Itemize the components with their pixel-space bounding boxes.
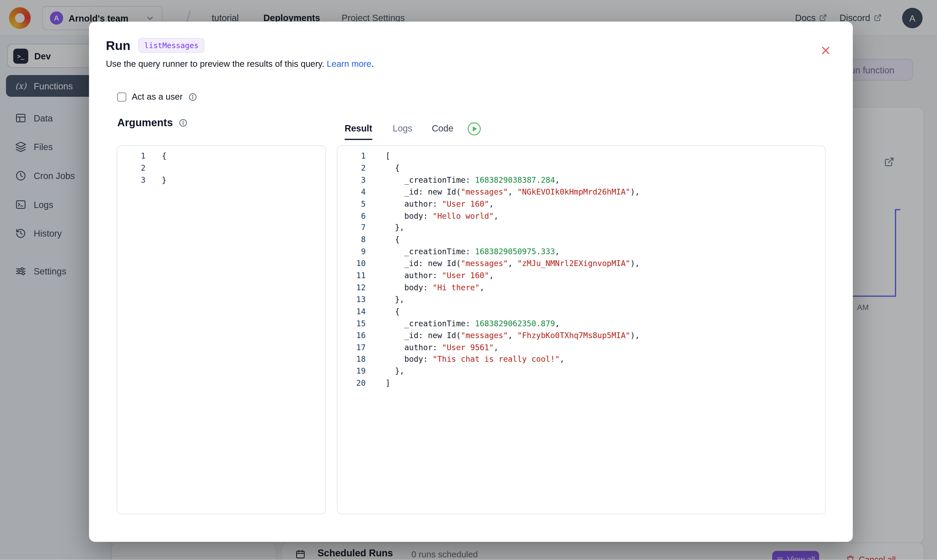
line-number: 15 xyxy=(337,318,366,329)
code-line: 15 _creationTime: 1683829062350.879, xyxy=(337,318,825,329)
line-number: 2 xyxy=(117,162,145,174)
line-number: 3 xyxy=(337,174,366,186)
app-root: A Arnold's team / tutorial Deployments P… xyxy=(0,0,937,560)
line-number: 7 xyxy=(337,222,366,234)
arguments-heading-row: Arguments xyxy=(117,117,188,129)
act-as-user-label: Act as a user xyxy=(131,92,182,102)
code-line: 18 body: "This chat is really cool!", xyxy=(337,353,825,365)
code-line: 8 { xyxy=(337,234,825,246)
code-line: 3} xyxy=(117,174,326,186)
description-text: Use the query runner to preview the resu… xyxy=(106,59,327,69)
learn-more-link[interactable]: Learn more xyxy=(327,59,371,69)
line-number: 1 xyxy=(337,150,366,162)
run-query-play-icon[interactable] xyxy=(467,122,481,136)
code-line: 7 }, xyxy=(337,222,825,234)
line-number: 18 xyxy=(337,353,366,365)
tab-result[interactable]: Result xyxy=(344,123,372,140)
code-line: 14 { xyxy=(337,306,825,318)
description-period: . xyxy=(371,59,374,69)
line-number: 8 xyxy=(337,234,366,246)
code-line: 5 author: "User 160", xyxy=(337,198,825,210)
line-number: 19 xyxy=(337,365,366,377)
tab-code[interactable]: Code xyxy=(432,123,454,133)
code-line: 12 body: "Hi there", xyxy=(337,282,825,294)
line-number: 14 xyxy=(337,306,366,318)
info-icon[interactable] xyxy=(188,92,197,101)
close-icon[interactable] xyxy=(820,45,831,56)
code-line: 16 _id: new Id("messages", "FhzybKo0TXhq… xyxy=(337,330,825,342)
code-line: 2 { xyxy=(337,162,825,174)
code-line: 20] xyxy=(337,377,825,389)
modal-description: Use the query runner to preview the resu… xyxy=(106,59,374,69)
line-number: 13 xyxy=(337,294,366,306)
line-number: 16 xyxy=(337,330,366,342)
code-line: 11 author: "User 160", xyxy=(337,270,825,282)
code-line: 17 author: "User 9561", xyxy=(337,342,825,353)
line-number: 9 xyxy=(337,246,366,258)
code-line: 10 _id: new Id("messages", "zMJu_NMNrl2E… xyxy=(337,258,825,270)
tab-logs[interactable]: Logs xyxy=(393,123,412,133)
act-as-user-checkbox[interactable] xyxy=(117,92,127,101)
act-as-user-row: Act as a user xyxy=(117,92,197,102)
code-line: 19 }, xyxy=(337,365,825,377)
run-function-modal: Run listMessages Use the query runner to… xyxy=(89,22,853,542)
result-viewer[interactable]: 1[2 {3 _creationTime: 1683829038387.284,… xyxy=(337,145,826,514)
line-number: 4 xyxy=(337,186,366,198)
code-line: 3 _creationTime: 1683829038387.284, xyxy=(337,174,825,186)
code-line: 2 xyxy=(117,162,326,174)
code-line: 9 _creationTime: 1683829050975.333, xyxy=(337,246,825,258)
code-line: 4 _id: new Id("messages", "NGkEVOIk0kHmp… xyxy=(337,186,825,198)
code-line: 6 body: "Hello world", xyxy=(337,210,825,222)
code-line: 1{ xyxy=(117,150,326,162)
code-line: 1[ xyxy=(337,150,825,162)
line-number: 12 xyxy=(337,282,366,294)
function-name-badge: listMessages xyxy=(138,38,204,53)
code-line: 13 }, xyxy=(337,294,825,306)
modal-title-row: Run listMessages xyxy=(106,38,204,53)
line-number: 2 xyxy=(337,162,366,174)
info-icon[interactable] xyxy=(179,118,188,127)
line-number: 1 xyxy=(117,150,145,162)
line-number: 3 xyxy=(117,174,145,186)
line-number: 11 xyxy=(337,270,366,282)
arguments-editor[interactable]: 1{23} xyxy=(117,145,326,514)
modal-title: Run xyxy=(106,38,130,52)
line-number: 6 xyxy=(337,210,366,222)
line-number: 17 xyxy=(337,342,366,353)
line-number: 10 xyxy=(337,258,366,270)
line-number: 5 xyxy=(337,198,366,210)
arguments-title: Arguments xyxy=(117,117,173,129)
line-number: 20 xyxy=(337,377,366,389)
